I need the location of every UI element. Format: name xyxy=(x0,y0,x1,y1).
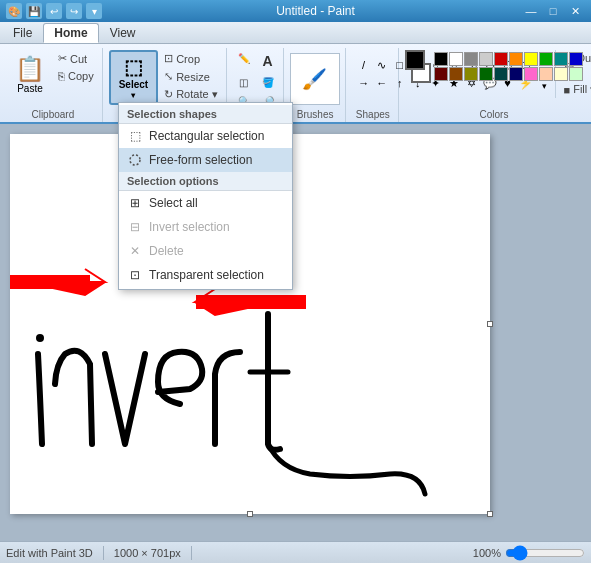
color-dkgrn[interactable] xyxy=(479,67,493,81)
color-dkteal[interactable] xyxy=(494,67,508,81)
color-brown[interactable] xyxy=(449,67,463,81)
svg-rect-4 xyxy=(196,295,306,309)
select-label: Select xyxy=(119,79,148,90)
freeform-selection-icon xyxy=(127,152,143,168)
resize-button[interactable]: ⤡ Resize xyxy=(160,68,221,85)
color-white[interactable] xyxy=(449,52,463,66)
quick-access-icon[interactable]: ▾ xyxy=(86,3,102,19)
color-gray1[interactable] xyxy=(464,52,478,66)
ribbon: 📋 Paste ✂ Cut ⎘ Copy Clipboard xyxy=(0,44,591,124)
crop-button[interactable]: ⊡ Crop xyxy=(160,50,221,67)
clipboard-label: Clipboard xyxy=(8,107,98,120)
resize-handle-bottom[interactable] xyxy=(247,511,253,517)
transparent-selection-item[interactable]: ⊡ Transparent selection xyxy=(119,263,292,287)
zoom-label: 100% xyxy=(473,547,501,559)
colors-group: Colors xyxy=(401,48,587,122)
dimensions-label: 1000 × 701px xyxy=(114,547,181,559)
color-ltgrn[interactable] xyxy=(569,67,583,81)
select-all-item[interactable]: ⊞ Select all xyxy=(119,191,292,215)
quick-save-icon[interactable]: 💾 xyxy=(26,3,42,19)
color-blue1[interactable] xyxy=(569,52,583,66)
tab-view[interactable]: View xyxy=(99,23,147,43)
color-ltorg[interactable] xyxy=(539,67,553,81)
paste-label: Paste xyxy=(17,83,43,94)
image-content: ⬚ Select ▾ ⊡ Crop ⤡ Resize ↻ Rotate ▾ xyxy=(109,50,222,107)
quick-undo-icon[interactable]: ↩ xyxy=(46,3,62,19)
close-button[interactable]: ✕ xyxy=(565,3,585,19)
eraser-button[interactable]: ◫ xyxy=(233,74,255,91)
rotate-label: Rotate ▾ xyxy=(176,88,217,101)
pencil-button[interactable]: ✏️ xyxy=(233,50,255,72)
zoom-slider[interactable] xyxy=(505,545,585,561)
color-grid xyxy=(434,52,583,81)
tab-file[interactable]: File xyxy=(2,23,43,43)
status-divider-2 xyxy=(191,546,192,560)
color-orange[interactable] xyxy=(509,52,523,66)
rotate-icon: ↻ xyxy=(164,88,173,101)
svg-rect-2 xyxy=(10,275,90,289)
color-yellow[interactable] xyxy=(524,52,538,66)
title-bar-icons: 🎨 💾 ↩ ↪ ▾ xyxy=(6,3,102,19)
status-divider-1 xyxy=(103,546,104,560)
foreground-color[interactable] xyxy=(405,50,425,70)
cut-button[interactable]: ✂ Cut xyxy=(54,50,98,67)
rotate-button[interactable]: ↻ Rotate ▾ xyxy=(160,86,221,103)
select-button[interactable]: ⬚ Select ▾ xyxy=(109,50,158,105)
status-zoom: 100% xyxy=(473,545,585,561)
shape-arrow-l[interactable]: ← xyxy=(374,75,390,91)
brushes-selector[interactable]: 🖌️ xyxy=(290,53,340,105)
freeform-selection-item[interactable]: Free-form selection xyxy=(119,148,292,172)
shape-arrow-r[interactable]: → xyxy=(356,75,372,91)
color-pink[interactable] xyxy=(524,67,538,81)
copy-icon: ⎘ xyxy=(58,70,65,82)
text-button[interactable]: A xyxy=(257,50,279,72)
resize-icon: ⤡ xyxy=(164,70,173,83)
shape-curve[interactable]: ∿ xyxy=(374,57,390,73)
select-all-icon: ⊞ xyxy=(127,195,143,211)
color-dkyel[interactable] xyxy=(464,67,478,81)
paste-button[interactable]: 📋 Paste xyxy=(8,50,52,99)
resize-handle-corner[interactable] xyxy=(487,511,493,517)
color-palette xyxy=(434,52,583,81)
select-arrow-icon: ▾ xyxy=(131,91,135,100)
color-gray2[interactable] xyxy=(479,52,493,66)
quick-redo-icon[interactable]: ↪ xyxy=(66,3,82,19)
color-dkblu[interactable] xyxy=(509,67,523,81)
color-green[interactable] xyxy=(539,52,553,66)
shapes-content: / ∿ □ ▭ ○ △ ◿ ◇ ⬠ ⬡ → ← ↑ xyxy=(352,50,394,107)
status-dimensions: 1000 × 701px xyxy=(114,547,181,559)
brushes-group: 🖌️ Brushes xyxy=(286,48,346,122)
fill-button[interactable]: 🪣 xyxy=(257,74,279,91)
fill-icon: 🪣 xyxy=(262,77,274,88)
clipboard-small-btns: ✂ Cut ⎘ Copy xyxy=(54,50,98,84)
color-red[interactable] xyxy=(494,52,508,66)
color-dkred[interactable] xyxy=(434,67,448,81)
clipboard-content: 📋 Paste ✂ Cut ⎘ Copy xyxy=(8,50,98,107)
shape-line[interactable]: / xyxy=(356,57,372,73)
tab-home[interactable]: Home xyxy=(43,23,98,43)
copy-button[interactable]: ⎘ Copy xyxy=(54,68,98,84)
window-title: Untitled - Paint xyxy=(110,4,521,18)
crop-label: Crop xyxy=(176,53,200,65)
color-ltyel[interactable] xyxy=(554,67,568,81)
colors-label: Colors xyxy=(405,107,583,120)
resize-label: Resize xyxy=(176,71,210,83)
delete-label: Delete xyxy=(149,244,184,258)
brushes-label: Brushes xyxy=(290,107,341,120)
resize-handle-right[interactable] xyxy=(487,321,493,327)
invert-selection-icon: ⊟ xyxy=(127,219,143,235)
app-icon: 🎨 xyxy=(6,3,22,19)
color-black[interactable] xyxy=(434,52,448,66)
select-btn-wrap: ⬚ Select ▾ xyxy=(109,50,158,105)
minimize-button[interactable]: — xyxy=(521,3,541,19)
tab-bar: File Home View xyxy=(0,22,591,44)
freeform-selection-label: Free-form selection xyxy=(149,153,252,167)
maximize-button[interactable]: □ xyxy=(543,3,563,19)
cut-icon: ✂ xyxy=(58,52,67,65)
text-icon: A xyxy=(263,53,273,69)
invert-selection-item: ⊟ Invert selection xyxy=(119,215,292,239)
color-teal[interactable] xyxy=(554,52,568,66)
transparent-icon: ⊡ xyxy=(127,267,143,283)
canvas-area[interactable] xyxy=(0,124,591,541)
rectangular-selection-item[interactable]: ⬚ Rectangular selection xyxy=(119,124,292,148)
